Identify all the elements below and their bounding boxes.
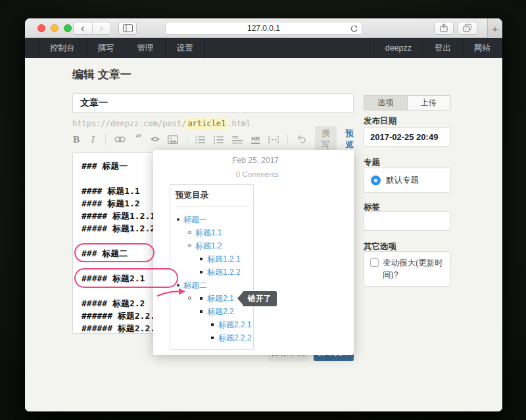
toc-item: 标题一 <box>176 213 249 226</box>
toc-link[interactable]: 标题一 <box>183 214 207 225</box>
toolbar-divider <box>187 134 187 145</box>
annotation-tooltip: 错开了 <box>237 291 277 306</box>
tags-input[interactable] <box>364 211 450 231</box>
heading-icon[interactable]: TITL <box>232 133 243 145</box>
toc-item: 标题1.1 <box>176 226 249 239</box>
nav-item-site[interactable]: 网站 <box>463 38 502 58</box>
link-icon[interactable] <box>114 133 126 145</box>
toc-title: 预览目录 <box>176 190 249 201</box>
code-icon[interactable]: <> <box>151 133 158 145</box>
undo-icon[interactable] <box>297 133 306 145</box>
tab-overview-button[interactable] <box>458 22 477 35</box>
editor-mode-switch: 撰写 预览 <box>315 126 354 152</box>
square-bullet-icon <box>200 310 203 313</box>
topic-radio-selected[interactable] <box>371 175 381 185</box>
horizontal-rule-icon[interactable]: HR <box>251 135 260 144</box>
circle-bullet-icon <box>188 231 191 234</box>
sidebar-icon <box>123 23 133 34</box>
toc-link[interactable]: 标题2.1 <box>207 293 234 304</box>
toc-link[interactable]: 标题1.2 <box>195 241 222 252</box>
toc-link[interactable]: 标题2.2.1 <box>218 319 252 331</box>
preview-popup: Feb 25, 2017 0 Comments 预览目录 标题一 标题1.1 标… <box>153 150 354 355</box>
square-bullet-icon <box>211 337 214 339</box>
svg-text:3: 3 <box>195 141 197 144</box>
circle-bullet-icon <box>188 244 191 247</box>
toc-link[interactable]: 标题1.2.1 <box>207 254 241 265</box>
editor-toolbar: B I “ <> 123 TITL <box>72 131 354 147</box>
square-bullet-icon <box>211 323 214 326</box>
reload-icon[interactable] <box>350 24 358 35</box>
toolbar-divider <box>105 134 106 145</box>
other-options-panel: 变动很大(更新时间)? <box>364 251 450 287</box>
toc-link[interactable]: 标题二 <box>183 280 207 291</box>
preview-mode-button[interactable]: 预览 <box>346 128 354 151</box>
address-bar[interactable]: 127.0.0.1 <box>165 22 362 35</box>
tab-upload[interactable]: 上传 <box>407 96 450 110</box>
publish-date-label: 发布日期 <box>364 116 396 127</box>
topic-label: 专题 <box>364 157 380 168</box>
browser-window: ‹ › 127.0.0.1 <box>25 18 502 411</box>
url-suffix: .html <box>227 119 251 128</box>
navbar-right-group: deepzz 登出 网站 <box>373 38 502 58</box>
disc-bullet-icon <box>177 284 179 287</box>
toc-link[interactable]: 标题2.2.2 <box>218 333 252 344</box>
forward-button[interactable]: › <box>92 22 111 34</box>
minimize-window-button[interactable] <box>51 24 59 32</box>
bold-icon[interactable]: B <box>72 133 80 145</box>
toolbar-divider <box>287 134 288 145</box>
share-button[interactable] <box>434 22 454 35</box>
major-change-checkbox[interactable] <box>370 258 379 267</box>
new-tab-button[interactable]: + <box>487 18 502 38</box>
toc-link[interactable]: 标题2.2 <box>207 306 234 317</box>
nav-item-console[interactable]: 控制台 <box>38 38 87 58</box>
image-icon[interactable] <box>168 133 178 145</box>
toc-item: 标题1.2.2 <box>176 266 249 279</box>
toc-link[interactable]: 标题1.2.2 <box>207 267 241 278</box>
toc-item: 标题二 <box>176 279 249 292</box>
svg-text:TITL: TITL <box>232 135 239 139</box>
nav-item-username[interactable]: deepzz <box>373 38 423 58</box>
toc-item: 标题2.2.1 <box>176 318 249 331</box>
nav-item-write[interactable]: 撰写 <box>87 38 126 58</box>
tab-options[interactable]: 选项 <box>364 96 407 110</box>
back-button[interactable]: ‹ <box>74 22 92 34</box>
square-bullet-icon <box>200 258 203 260</box>
post-title-input[interactable] <box>72 93 354 113</box>
post-url-preview: https://deepzz.com/post/article1.html <box>72 119 251 128</box>
sidebar-toggle-button[interactable] <box>118 22 137 35</box>
tooltip-arrow-icon <box>237 292 243 304</box>
toc-link[interactable]: 标题1.1 <box>195 227 222 239</box>
tooltip-text: 错开了 <box>243 291 277 306</box>
ordered-list-icon[interactable]: 123 <box>195 133 205 145</box>
write-mode-button[interactable]: 撰写 <box>315 126 337 152</box>
page-title: 编辑 文章一 <box>72 67 132 82</box>
url-slug: article1 <box>186 118 227 129</box>
toc-item: 标题1.2.1 <box>176 252 249 266</box>
publish-date-input[interactable] <box>364 128 450 147</box>
plus-icon: + <box>492 23 498 34</box>
address-text: 127.0.0.1 <box>247 24 280 33</box>
zoom-window-button[interactable] <box>64 24 72 32</box>
nav-item-manage[interactable]: 管理 <box>126 38 166 58</box>
preview-date: Feb 25, 2017 <box>232 156 279 165</box>
toc-item-misaligned: 标题2.1 错开了 <box>176 292 249 305</box>
blockquote-icon[interactable]: “ <box>134 133 142 145</box>
page-break-icon[interactable] <box>268 133 279 145</box>
browser-titlebar: ‹ › 127.0.0.1 <box>25 18 502 38</box>
italic-icon[interactable]: I <box>89 133 97 145</box>
topic-panel: 默认专题 <box>364 168 450 193</box>
app-navbar: 控制台 撰写 管理 设置 deepzz 登出 网站 <box>25 38 502 58</box>
unordered-list-icon[interactable] <box>214 133 224 145</box>
close-window-button[interactable] <box>37 24 45 32</box>
major-change-label: 变动很大(更新时间)? <box>383 257 444 281</box>
url-prefix: https://deepzz.com/post/ <box>72 119 186 128</box>
page-content: 编辑 文章一 https://deepzz.com/post/article1.… <box>25 58 502 411</box>
preview-toc: 预览目录 标题一 标题1.1 标题1.2 标题1.2.1 标题1.2.2 标题二… <box>170 184 254 350</box>
nav-item-settings[interactable]: 设置 <box>166 38 205 58</box>
toc-item: 标题2.2.2 <box>176 331 249 344</box>
major-change-row: 变动很大(更新时间)? <box>370 257 444 281</box>
toc-item: 标题2.2 <box>176 305 249 318</box>
disc-bullet-icon <box>177 218 179 221</box>
nav-item-logout[interactable]: 登出 <box>423 38 463 58</box>
square-bullet-icon <box>200 297 203 300</box>
